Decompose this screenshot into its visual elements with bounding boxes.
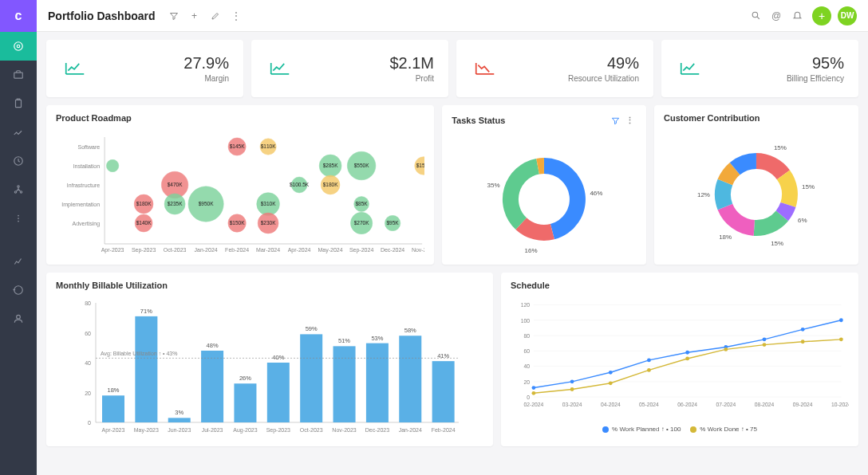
svg-text:Oct-2023: Oct-2023 <box>300 427 323 433</box>
sidebar-item-user[interactable] <box>0 304 37 333</box>
svg-point-154 <box>647 368 651 372</box>
svg-text:05-2024: 05-2024 <box>639 402 659 407</box>
svg-text:Mar-2024: Mar-2024 <box>256 247 280 253</box>
customer-chart: 15%15%6%15%18%12% <box>664 131 849 258</box>
svg-text:Apr-2023: Apr-2023 <box>101 247 124 253</box>
svg-point-146 <box>685 351 689 355</box>
panel-more-icon[interactable]: ⋮ <box>622 113 637 128</box>
more-icon[interactable]: ⋮ <box>226 6 247 26</box>
svg-text:$140K: $140K <box>136 220 152 226</box>
svg-rect-2 <box>14 73 23 78</box>
bell-icon[interactable] <box>787 6 807 26</box>
svg-text:Jun-2023: Jun-2023 <box>168 427 191 433</box>
svg-text:53%: 53% <box>371 335 383 342</box>
search-icon[interactable] <box>745 6 766 26</box>
svg-text:26%: 26% <box>239 375 251 382</box>
svg-point-145 <box>647 358 651 362</box>
panel-title: Customer Contribution <box>664 113 760 123</box>
svg-text:15%: 15% <box>774 144 787 151</box>
kpi-label: Profit <box>389 74 434 83</box>
svg-rect-99 <box>267 363 290 422</box>
svg-text:60: 60 <box>85 331 91 336</box>
panel-task-status: Tasks Status ⋮ 46%16%35% <box>442 105 646 265</box>
svg-point-158 <box>801 340 805 343</box>
svg-text:$180K: $180K <box>323 182 338 187</box>
svg-text:$85K: $85K <box>356 201 369 206</box>
panel-customer-contribution: Customer Contribution 15%15%6%15%18%12% <box>654 105 858 265</box>
svg-text:Dec-2023: Dec-2023 <box>365 427 389 433</box>
kpi-value: 49% <box>568 54 639 73</box>
svg-rect-108 <box>366 343 389 422</box>
svg-text:40%: 40% <box>272 354 284 361</box>
app-logo: c <box>0 0 37 32</box>
svg-rect-111 <box>399 336 421 422</box>
svg-point-6 <box>14 191 16 193</box>
sidebar-item-dashboard[interactable] <box>0 32 37 61</box>
svg-text:Jul-2023: Jul-2023 <box>202 427 223 433</box>
sidebar: c <box>0 0 37 475</box>
svg-text:$230K: $230K <box>261 220 276 226</box>
svg-text:Advertising: Advertising <box>72 221 100 227</box>
svg-rect-84 <box>102 395 124 422</box>
sidebar-item-clock[interactable] <box>0 147 37 175</box>
billable-chart: 02040608018%Apr-202371%May-20233%Jun-202… <box>56 298 483 442</box>
svg-text:41%: 41% <box>437 352 449 359</box>
kpi-resource-util: 49%Resource Utilization <box>456 40 653 97</box>
svg-text:Sep-2023: Sep-2023 <box>132 247 156 253</box>
svg-text:$310K: $310K <box>261 201 276 206</box>
kpi-value: $2.1M <box>389 54 434 73</box>
svg-text:$155K: $155K <box>416 163 425 168</box>
svg-text:Infrastructure: Infrastructure <box>67 183 100 188</box>
svg-point-152 <box>570 387 574 391</box>
sidebar-item-chart[interactable] <box>0 118 37 147</box>
svg-text:40: 40 <box>524 363 531 369</box>
svg-point-9 <box>18 218 19 219</box>
sidebar-item-clipboard[interactable] <box>0 89 37 118</box>
svg-text:80: 80 <box>85 300 91 306</box>
svg-text:51%: 51% <box>338 337 350 344</box>
svg-text:09-2024: 09-2024 <box>793 402 813 407</box>
svg-text:Dec-2024: Dec-2024 <box>381 247 404 253</box>
svg-text:May-2023: May-2023 <box>134 427 159 434</box>
svg-text:$470K: $470K <box>168 182 183 187</box>
svg-point-156 <box>724 347 728 351</box>
kpi-billing-eff: 95%Billing Efficiency <box>661 40 858 97</box>
svg-text:$145K: $145K <box>230 143 245 149</box>
filter-icon[interactable] <box>608 113 622 128</box>
svg-text:$270K: $270K <box>354 220 369 226</box>
svg-point-153 <box>609 381 613 385</box>
edit-icon[interactable] <box>205 6 226 26</box>
filter-icon[interactable] <box>164 6 184 26</box>
sidebar-item-analytics[interactable] <box>0 247 37 276</box>
svg-text:80: 80 <box>524 333 531 339</box>
svg-rect-93 <box>201 351 223 422</box>
svg-text:Sep-2023: Sep-2023 <box>266 427 290 434</box>
trend-up-icon <box>676 54 704 83</box>
sidebar-item-briefcase[interactable] <box>0 61 37 89</box>
add-icon[interactable]: + <box>184 6 205 26</box>
sidebar-item-history[interactable] <box>0 276 37 304</box>
panel-roadmap: Product Roadmap SoftwareInstallationInfr… <box>46 105 434 265</box>
svg-text:Apr-2023: Apr-2023 <box>102 427 125 434</box>
create-button[interactable]: + <box>812 6 831 26</box>
svg-point-7 <box>20 191 22 193</box>
mention-icon[interactable]: @ <box>766 6 787 26</box>
svg-point-149 <box>801 328 805 332</box>
svg-text:0: 0 <box>527 395 530 400</box>
svg-point-5 <box>18 186 19 187</box>
svg-text:Installation: Installation <box>73 163 101 169</box>
kpi-value: 95% <box>787 54 844 73</box>
user-avatar[interactable]: DW <box>838 6 857 26</box>
kpi-label: Resource Utilization <box>568 74 639 83</box>
svg-text:Aug-2023: Aug-2023 <box>233 427 257 434</box>
sidebar-item-tree[interactable] <box>0 175 37 204</box>
svg-text:08-2024: 08-2024 <box>755 402 775 407</box>
svg-text:Feb-2024: Feb-2024 <box>432 427 456 433</box>
sidebar-item-more[interactable] <box>0 204 37 233</box>
svg-text:60: 60 <box>524 348 531 354</box>
svg-point-155 <box>685 357 689 361</box>
kpi-margin: 27.9%Margin <box>46 40 243 97</box>
svg-point-157 <box>763 343 767 347</box>
svg-text:35%: 35% <box>487 182 500 189</box>
svg-text:58%: 58% <box>404 327 416 334</box>
